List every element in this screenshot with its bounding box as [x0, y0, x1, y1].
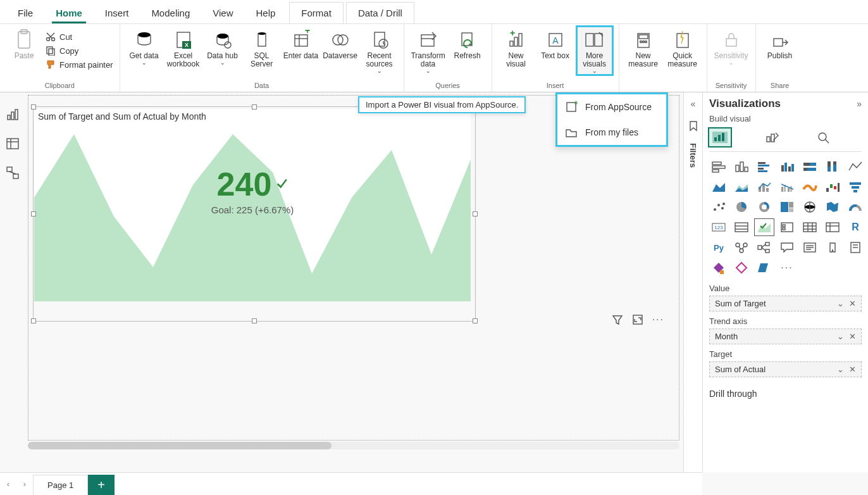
viz-kpi[interactable] — [755, 219, 774, 235]
viz-line-clustered[interactable] — [778, 179, 797, 195]
format-tab[interactable] — [761, 128, 783, 146]
bookmark-icon[interactable] — [688, 120, 699, 132]
viz-donut[interactable] — [755, 199, 774, 215]
tab-modeling[interactable]: Modeling — [140, 3, 201, 23]
paste-button[interactable]: Paste — [6, 27, 42, 60]
tab-data-drill[interactable]: Data / Drill — [346, 2, 414, 23]
viz-100-column[interactable] — [823, 158, 842, 175]
tab-help[interactable]: Help — [245, 3, 287, 23]
publish-button[interactable]: Publish — [762, 27, 798, 60]
new-visual-button[interactable]: +New visual — [499, 27, 534, 68]
chevron-down-icon[interactable]: ⌄ — [837, 299, 844, 308]
viz-scatter[interactable] — [709, 199, 728, 215]
quick-measure-button[interactable]: Quick measure — [665, 27, 700, 68]
page-tab-1[interactable]: Page 1 — [33, 475, 88, 495]
resize-handle[interactable] — [31, 104, 36, 110]
data-view-icon[interactable] — [6, 137, 20, 151]
viz-100-bar[interactable] — [800, 158, 819, 175]
tab-file[interactable]: File — [6, 3, 44, 23]
viz-funnel[interactable] — [846, 179, 865, 195]
viz-py[interactable]: Py — [709, 239, 728, 256]
remove-icon[interactable]: ✕ — [849, 365, 856, 374]
viz-multi-card[interactable] — [732, 219, 751, 235]
viz-r[interactable]: R — [846, 219, 865, 235]
tab-insert[interactable]: Insert — [94, 3, 140, 23]
chevron-down-icon[interactable]: ⌄ — [837, 332, 844, 341]
excel-button[interactable]: XExcel workbook — [166, 27, 201, 68]
resize-handle[interactable] — [473, 211, 478, 216]
viz-table[interactable] — [800, 219, 819, 235]
canvas[interactable]: Sum of Target and Sum of Actual by Month… — [25, 92, 683, 472]
resize-handle[interactable] — [31, 318, 36, 323]
viz-pie[interactable] — [732, 199, 751, 215]
enter-data-button[interactable]: +Enter data — [283, 27, 319, 60]
expand-filters-icon[interactable]: « — [691, 99, 696, 109]
viz-power-automate[interactable] — [732, 260, 751, 276]
filters-label[interactable]: Filters — [688, 143, 698, 168]
text-box-button[interactable]: AText box — [538, 27, 573, 60]
transform-data-button[interactable]: Transform data⌄ — [411, 27, 446, 75]
more-options-icon[interactable]: ··· — [652, 314, 664, 325]
viz-treemap[interactable] — [778, 199, 797, 215]
viz-gauge[interactable] — [846, 199, 865, 215]
focus-icon[interactable] — [632, 314, 643, 325]
next-page-button[interactable]: › — [16, 473, 33, 495]
viz-slicer[interactable] — [778, 219, 797, 235]
tab-format[interactable]: Format — [289, 2, 344, 23]
model-view-icon[interactable] — [6, 166, 20, 180]
viz-goals[interactable] — [823, 239, 842, 256]
chevron-down-icon[interactable]: ⌄ — [837, 365, 844, 374]
viz-line-column[interactable] — [755, 179, 774, 195]
viz-matrix[interactable] — [823, 219, 842, 235]
viz-narrative[interactable] — [800, 239, 819, 256]
filter-icon[interactable] — [612, 314, 623, 325]
resize-handle[interactable] — [252, 318, 257, 323]
menu-from-appsource[interactable]: + From AppSource — [557, 94, 666, 120]
viz-power-apps[interactable] — [709, 260, 728, 276]
viz-area[interactable] — [709, 179, 728, 195]
h-scrollbar[interactable] — [28, 442, 679, 449]
more-visuals-button[interactable]: More visuals⌄ — [577, 27, 612, 75]
report-view-icon[interactable] — [6, 108, 20, 122]
viz-waterfall[interactable] — [823, 179, 842, 195]
trend-field-well[interactable]: Month⌄✕ — [709, 329, 862, 344]
value-field-well[interactable]: Sum of Target⌄✕ — [709, 296, 862, 311]
get-data-button[interactable]: Get data⌄ — [127, 27, 162, 66]
viz-map[interactable] — [800, 199, 819, 215]
viz-ribbon[interactable] — [800, 179, 819, 195]
viz-clustered-column[interactable] — [778, 158, 797, 175]
target-field-well[interactable]: Sum of Actual⌄✕ — [709, 361, 862, 377]
sql-server-button[interactable]: SQL Server — [244, 27, 280, 68]
tab-view[interactable]: View — [201, 3, 244, 23]
expand-viz-icon[interactable]: » — [857, 99, 862, 109]
tab-home[interactable]: Home — [44, 3, 94, 23]
recent-sources-button[interactable]: Recent sources⌄ — [362, 27, 397, 75]
remove-icon[interactable]: ✕ — [849, 332, 856, 341]
copy-button[interactable]: Copy — [46, 44, 113, 57]
analytics-tab[interactable] — [813, 128, 834, 146]
viz-key-influencers[interactable] — [732, 239, 751, 256]
viz-line[interactable] — [846, 158, 865, 175]
prev-page-button[interactable]: ‹ — [0, 473, 16, 495]
refresh-button[interactable]: Refresh — [450, 27, 485, 60]
dataverse-button[interactable]: Dataverse — [323, 27, 358, 60]
viz-clustered-bar[interactable] — [755, 158, 774, 175]
viz-qa[interactable] — [778, 239, 797, 256]
remove-icon[interactable]: ✕ — [849, 299, 856, 308]
resize-handle[interactable] — [31, 211, 36, 216]
build-tab[interactable] — [709, 128, 731, 146]
viz-get-more[interactable]: ··· — [778, 260, 797, 276]
format-painter-button[interactable]: Format painter — [46, 58, 113, 71]
viz-stacked-area[interactable] — [732, 179, 751, 195]
sensitivity-button[interactable]: Sensitivity⌄ — [714, 27, 749, 66]
cut-button[interactable]: Cut — [46, 30, 113, 43]
viz-paginated[interactable] — [846, 239, 865, 256]
new-measure-button[interactable]: New measure — [626, 27, 661, 68]
viz-stacked-column[interactable] — [732, 158, 751, 175]
viz-stacked-bar[interactable] — [709, 158, 728, 175]
viz-decomp-tree[interactable] — [755, 239, 774, 256]
menu-from-my-files[interactable]: From my files — [557, 120, 666, 145]
viz-filled-map[interactable] — [823, 199, 842, 215]
resize-handle[interactable] — [473, 318, 478, 323]
add-page-button[interactable]: + — [88, 475, 115, 495]
